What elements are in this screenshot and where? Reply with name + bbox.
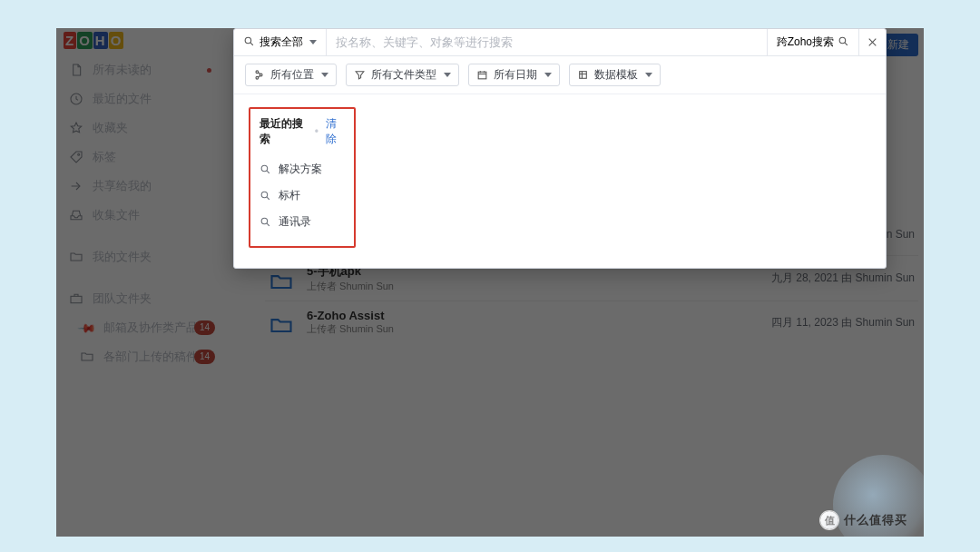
svg-point-11	[261, 192, 268, 198]
search-filters: 所有位置 所有文件类型 所有日期 数据模板	[234, 56, 886, 94]
search-icon	[260, 190, 271, 202]
cross-zoho-label: 跨Zoho搜索	[777, 34, 834, 50]
sidebar-item-unread[interactable]: 所有未读的	[56, 55, 224, 84]
folder-icon	[80, 350, 94, 364]
recent-search-item[interactable]: 解决方案	[260, 156, 345, 182]
calendar-icon	[476, 69, 488, 81]
sidebar-item-favorites[interactable]: 收藏夹	[56, 113, 224, 143]
recent-search-item[interactable]: 通讯录	[260, 209, 345, 235]
sidebar-item-label: 最近的文件	[93, 91, 152, 107]
svg-point-3	[245, 37, 251, 44]
chevron-down-icon	[444, 73, 451, 77]
filter-filetype[interactable]: 所有文件类型	[346, 64, 459, 86]
star-icon	[69, 121, 83, 135]
chevron-down-icon	[321, 73, 328, 77]
search-panel: 搜索全部 跨Zoho搜索 所有位置 所有文件类型 所	[233, 28, 887, 269]
template-icon	[577, 69, 589, 81]
watermark-text: 什么值得买	[844, 512, 907, 528]
sidebar-item-label: 所有未读的	[93, 62, 152, 78]
funnel-icon	[354, 69, 366, 81]
search-icon	[260, 163, 271, 175]
briefcase-icon	[69, 291, 83, 306]
sidebar-item-label: 共享给我的	[93, 178, 152, 194]
count-badge: 14	[194, 350, 215, 364]
file-name: 6-Zoho Assist	[307, 309, 759, 322]
app-window: Z O H O ＋ 新建 所有未读的 最近的文件 收藏夹 标签 共享给我的	[56, 28, 924, 537]
pin-icon: 📌	[77, 318, 98, 339]
share-icon	[69, 179, 83, 193]
file-row[interactable]: 6-Zoho Assist 上传者 Shumin Sun 四月 11, 2023…	[265, 301, 918, 343]
close-icon	[867, 36, 878, 48]
file-date: 九月 28, 2021 由 Shumin Sun	[771, 271, 915, 286]
cross-zoho-search[interactable]: 跨Zoho搜索	[767, 29, 858, 55]
svg-point-10	[261, 165, 268, 172]
file-uploader: 上传者 Shumin Sun	[307, 322, 759, 336]
count-badge: 14	[194, 320, 215, 335]
svg-rect-9	[580, 72, 587, 79]
sidebar-my-folders[interactable]: 我的文件夹	[56, 242, 224, 271]
filter-date[interactable]: 所有日期	[468, 64, 560, 86]
tag-icon	[69, 150, 83, 164]
clock-icon	[69, 92, 83, 106]
watermark-badge: 值	[820, 511, 838, 529]
clear-recent-link[interactable]: 清除	[326, 116, 345, 147]
doc-icon	[69, 63, 83, 77]
sidebar-item-label: 邮箱及协作类产品	[103, 320, 198, 336]
folder-icon	[269, 312, 294, 332]
search-icon	[243, 35, 255, 50]
sidebar-item-collect[interactable]: 收集文件	[56, 201, 224, 230]
svg-rect-2	[71, 296, 82, 302]
svg-point-4	[839, 37, 846, 44]
file-uploader: 上传者 Shumin Sun	[307, 280, 759, 293]
sidebar-team-item-dept[interactable]: 各部门上传的稿件 14	[56, 342, 224, 371]
svg-point-12	[261, 218, 268, 224]
watermark: 值 什么值得买	[820, 511, 907, 529]
location-icon	[253, 69, 265, 81]
recent-search-label: 解决方案	[279, 162, 322, 177]
folder-icon	[269, 269, 294, 289]
sidebar-item-label: 收藏夹	[93, 120, 128, 136]
close-button[interactable]	[858, 29, 886, 55]
inbox-icon	[69, 208, 83, 222]
svg-point-1	[78, 153, 80, 155]
sidebar-item-recent[interactable]: 最近的文件	[56, 84, 224, 113]
chevron-down-icon	[309, 40, 317, 44]
search-icon	[838, 35, 849, 50]
search-scope-dropdown[interactable]: 搜索全部	[234, 29, 327, 55]
svg-rect-8	[478, 72, 486, 79]
recent-search-label: 通讯录	[279, 214, 311, 230]
folder-icon	[69, 250, 83, 264]
sidebar-team-folders[interactable]: 团队文件夹	[56, 284, 224, 313]
sidebar-item-label: 各部门上传的稿件	[103, 349, 198, 365]
sidebar-item-shared[interactable]: 共享给我的	[56, 172, 224, 201]
sidebar-team-item-mail[interactable]: 📌 邮箱及协作类产品 14	[56, 313, 224, 342]
file-date: 四月 11, 2023 由 Shumin Sun	[771, 315, 915, 330]
recent-searches-box: 最近的搜索 • 清除 解决方案 标杆 通讯录	[249, 107, 356, 248]
sidebar-item-label: 团队文件夹	[93, 291, 152, 307]
recent-search-label: 标杆	[279, 188, 300, 203]
recent-search-item[interactable]: 标杆	[260, 182, 345, 209]
recent-searches-title: 最近的搜索	[260, 116, 308, 147]
unread-dot	[207, 68, 211, 73]
search-input[interactable]	[327, 35, 767, 49]
chevron-down-icon	[544, 73, 552, 77]
search-bar: 搜索全部 跨Zoho搜索	[234, 29, 886, 56]
zoho-logo: Z O H O	[64, 32, 124, 49]
sidebar-item-label: 标签	[93, 149, 116, 165]
chevron-down-icon	[645, 73, 652, 77]
filter-location[interactable]: 所有位置	[245, 64, 337, 86]
sidebar-item-label: 我的文件夹	[93, 249, 152, 265]
search-scope-label: 搜索全部	[260, 34, 303, 50]
filter-template[interactable]: 数据模板	[569, 64, 661, 86]
sidebar: 所有未读的 最近的文件 收藏夹 标签 共享给我的 收集文件 我的文件夹	[56, 55, 224, 537]
sidebar-item-label: 收集文件	[93, 207, 140, 223]
sidebar-item-tags[interactable]: 标签	[56, 143, 224, 172]
search-icon	[260, 216, 271, 228]
